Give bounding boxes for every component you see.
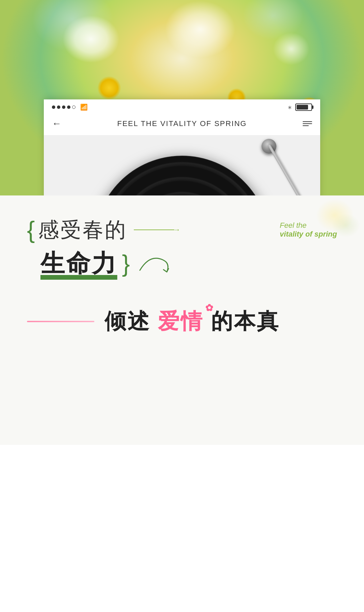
arrow-head: → (173, 225, 180, 234)
back-button[interactable]: ← (52, 118, 61, 129)
vitality-text-wrapper: 生命力 (40, 247, 117, 280)
curl-arrow-icon (136, 250, 177, 277)
player-area (44, 135, 320, 195)
chinese-text-vitality: 生命力 (40, 250, 117, 277)
feel-text-line2: vitality of spring (280, 230, 337, 239)
love-prefix: 倾述 (104, 309, 158, 333)
signal-dot-1 (52, 105, 55, 109)
feel-text-line1: Feel the (280, 221, 307, 230)
love-pink-text: 爱情 ✿ (158, 309, 211, 333)
love-line: 倾述 爱情 ✿ 的本真 (27, 307, 337, 336)
chinese-text-block: { 感受春的 → Feel the vitality of spring 生命力… (27, 216, 337, 280)
arrow-line: → (134, 225, 270, 234)
brace-right: } (122, 252, 130, 275)
menu-line-1 (303, 121, 312, 122)
text-line-2: 生命力 } (27, 247, 337, 280)
status-bar: 📶 ∗ (44, 99, 320, 114)
vinyl-player (88, 149, 276, 195)
menu-line-2 (303, 123, 312, 124)
love-text-pink: 爱情 (158, 309, 204, 333)
bluetooth-icon: ∗ (287, 104, 292, 111)
status-right: ∗ (287, 103, 312, 111)
signal-dot-2 (57, 105, 60, 109)
bottom-section: { 感受春的 → Feel the vitality of spring 生命力… (0, 195, 364, 445)
phone-frame: 📶 ∗ ← FEEL THE VITALITY OF SPRING (44, 99, 320, 195)
signal-dot-4 (67, 105, 70, 109)
flower-icon: ✿ (205, 302, 214, 313)
floral-background: 📶 ∗ ← FEEL THE VITALITY OF SPRING (0, 0, 364, 195)
nav-bar: ← FEEL THE VITALITY OF SPRING (44, 114, 320, 135)
signal-dot-5 (72, 105, 75, 109)
text-line-1: { 感受春的 → Feel the vitality of spring (27, 216, 337, 244)
battery-fill (297, 105, 308, 110)
arrow-bar (134, 230, 174, 230)
battery-icon (295, 103, 312, 111)
wifi-icon: 📶 (80, 103, 88, 111)
nav-title: FEEL THE VITALITY OF SPRING (117, 119, 247, 128)
signal-dots (52, 105, 75, 109)
menu-button[interactable] (303, 121, 312, 126)
pink-decorative-line (27, 321, 94, 322)
brace-left: { (27, 218, 35, 242)
chinese-text-feel: 感受春的 (38, 216, 127, 244)
status-left: 📶 (52, 103, 88, 111)
love-text: 倾述 爱情 ✿ 的本真 (104, 307, 280, 336)
tonearm-arm (268, 144, 314, 195)
tonearm (209, 139, 283, 195)
love-suffix: 的本真 (211, 309, 280, 333)
feel-english-text: Feel the vitality of spring (280, 221, 337, 239)
signal-dot-3 (62, 105, 65, 109)
menu-line-3 (303, 125, 309, 126)
